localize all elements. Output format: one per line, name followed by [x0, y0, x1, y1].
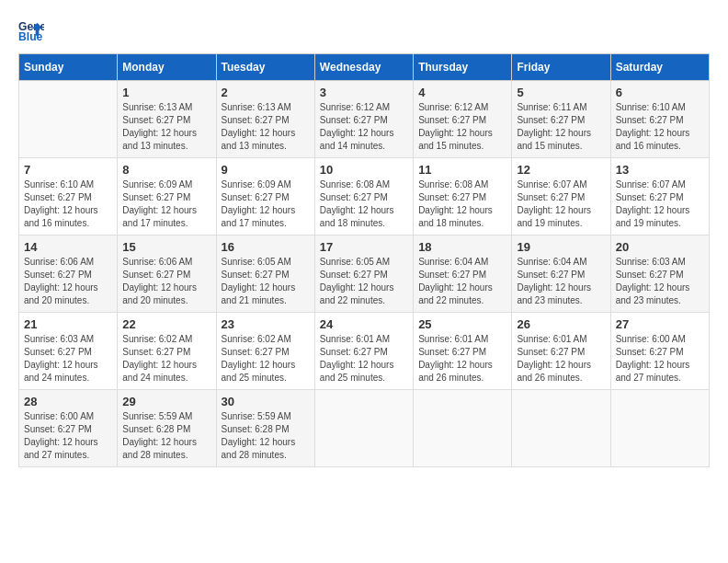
- day-cell: 16Sunrise: 6:05 AM Sunset: 6:27 PM Dayli…: [216, 236, 314, 313]
- day-number: 28: [24, 395, 112, 408]
- day-cell: 28Sunrise: 6:00 AM Sunset: 6:27 PM Dayli…: [19, 390, 118, 467]
- day-number: 19: [517, 240, 605, 254]
- header-cell-tuesday: Tuesday: [216, 54, 314, 81]
- day-info: Sunrise: 6:05 AM Sunset: 6:27 PM Dayligh…: [320, 256, 408, 307]
- day-info: Sunrise: 6:11 AM Sunset: 6:27 PM Dayligh…: [517, 101, 605, 153]
- header-cell-saturday: Saturday: [610, 54, 709, 81]
- day-cell: 6Sunrise: 6:10 AM Sunset: 6:27 PM Daylig…: [610, 81, 709, 158]
- day-cell: 30Sunrise: 5:59 AM Sunset: 6:28 PM Dayli…: [216, 390, 314, 467]
- day-cell: 13Sunrise: 6:07 AM Sunset: 6:27 PM Dayli…: [610, 158, 709, 236]
- day-info: Sunrise: 6:00 AM Sunset: 6:27 PM Dayligh…: [616, 333, 704, 385]
- header-cell-thursday: Thursday: [414, 54, 512, 81]
- day-number: 22: [122, 317, 210, 331]
- day-number: 26: [517, 317, 605, 331]
- day-cell: [610, 390, 709, 467]
- day-info: Sunrise: 6:09 AM Sunset: 6:27 PM Dayligh…: [222, 178, 310, 230]
- day-info: Sunrise: 6:04 AM Sunset: 6:27 PM Dayligh…: [418, 256, 506, 307]
- week-row-3: 14Sunrise: 6:06 AM Sunset: 6:27 PM Dayli…: [19, 236, 710, 313]
- day-info: Sunrise: 6:06 AM Sunset: 6:27 PM Dayligh…: [24, 256, 112, 307]
- day-cell: 23Sunrise: 6:02 AM Sunset: 6:27 PM Dayli…: [216, 313, 314, 390]
- day-cell: 5Sunrise: 6:11 AM Sunset: 6:27 PM Daylig…: [512, 81, 610, 158]
- day-info: Sunrise: 6:00 AM Sunset: 6:27 PM Dayligh…: [24, 410, 112, 462]
- day-cell: 25Sunrise: 6:01 AM Sunset: 6:27 PM Dayli…: [414, 313, 512, 390]
- day-cell: [512, 390, 610, 467]
- day-info: Sunrise: 6:07 AM Sunset: 6:27 PM Dayligh…: [616, 178, 704, 230]
- day-cell: 3Sunrise: 6:12 AM Sunset: 6:27 PM Daylig…: [314, 81, 413, 158]
- day-cell: 10Sunrise: 6:08 AM Sunset: 6:27 PM Dayli…: [314, 158, 413, 236]
- day-info: Sunrise: 6:08 AM Sunset: 6:27 PM Dayligh…: [418, 178, 506, 230]
- day-number: 7: [24, 163, 112, 177]
- day-cell: [314, 390, 413, 467]
- day-cell: 27Sunrise: 6:00 AM Sunset: 6:27 PM Dayli…: [610, 313, 709, 390]
- day-info: Sunrise: 6:03 AM Sunset: 6:27 PM Dayligh…: [24, 333, 112, 385]
- day-info: Sunrise: 6:07 AM Sunset: 6:27 PM Dayligh…: [517, 178, 605, 230]
- day-number: 13: [616, 163, 704, 177]
- week-row-4: 21Sunrise: 6:03 AM Sunset: 6:27 PM Dayli…: [19, 313, 710, 390]
- day-number: 5: [517, 86, 605, 99]
- day-number: 30: [222, 395, 310, 408]
- day-info: Sunrise: 6:01 AM Sunset: 6:27 PM Dayligh…: [418, 333, 506, 385]
- day-info: Sunrise: 6:13 AM Sunset: 6:27 PM Dayligh…: [122, 101, 210, 153]
- day-info: Sunrise: 6:12 AM Sunset: 6:27 PM Dayligh…: [418, 101, 506, 153]
- header-row: SundayMondayTuesdayWednesdayThursdayFrid…: [19, 54, 710, 81]
- day-info: Sunrise: 6:09 AM Sunset: 6:27 PM Dayligh…: [122, 178, 210, 230]
- day-info: Sunrise: 5:59 AM Sunset: 6:28 PM Dayligh…: [122, 410, 210, 462]
- logo-icon: General Blue: [18, 18, 44, 44]
- day-number: 8: [122, 163, 210, 177]
- header-cell-friday: Friday: [512, 54, 610, 81]
- day-cell: 17Sunrise: 6:05 AM Sunset: 6:27 PM Dayli…: [314, 236, 413, 313]
- day-info: Sunrise: 6:12 AM Sunset: 6:27 PM Dayligh…: [320, 101, 408, 153]
- day-info: Sunrise: 6:05 AM Sunset: 6:27 PM Dayligh…: [222, 256, 310, 307]
- day-number: 12: [517, 163, 605, 177]
- day-cell: 9Sunrise: 6:09 AM Sunset: 6:27 PM Daylig…: [216, 158, 314, 236]
- day-cell: 4Sunrise: 6:12 AM Sunset: 6:27 PM Daylig…: [414, 81, 512, 158]
- day-cell: 21Sunrise: 6:03 AM Sunset: 6:27 PM Dayli…: [19, 313, 118, 390]
- day-cell: 7Sunrise: 6:10 AM Sunset: 6:27 PM Daylig…: [19, 158, 118, 236]
- day-number: 10: [320, 163, 408, 177]
- day-cell: [19, 81, 118, 158]
- day-info: Sunrise: 6:04 AM Sunset: 6:27 PM Dayligh…: [517, 256, 605, 307]
- day-number: 27: [616, 317, 704, 331]
- day-number: 4: [418, 86, 506, 99]
- header-cell-monday: Monday: [118, 54, 216, 81]
- day-info: Sunrise: 5:59 AM Sunset: 6:28 PM Dayligh…: [222, 410, 310, 462]
- day-cell: 14Sunrise: 6:06 AM Sunset: 6:27 PM Dayli…: [19, 236, 118, 313]
- day-number: 14: [24, 240, 112, 254]
- day-number: 29: [122, 395, 210, 408]
- day-cell: 18Sunrise: 6:04 AM Sunset: 6:27 PM Dayli…: [414, 236, 512, 313]
- day-number: 25: [418, 317, 506, 331]
- calendar-table: SundayMondayTuesdayWednesdayThursdayFrid…: [18, 53, 710, 467]
- day-number: 21: [24, 317, 112, 331]
- day-number: 24: [320, 317, 408, 331]
- day-info: Sunrise: 6:06 AM Sunset: 6:27 PM Dayligh…: [122, 256, 210, 307]
- day-number: 17: [320, 240, 408, 254]
- day-info: Sunrise: 6:01 AM Sunset: 6:27 PM Dayligh…: [320, 333, 408, 385]
- day-cell: 1Sunrise: 6:13 AM Sunset: 6:27 PM Daylig…: [118, 81, 216, 158]
- week-row-2: 7Sunrise: 6:10 AM Sunset: 6:27 PM Daylig…: [19, 158, 710, 236]
- day-cell: 26Sunrise: 6:01 AM Sunset: 6:27 PM Dayli…: [512, 313, 610, 390]
- day-cell: 11Sunrise: 6:08 AM Sunset: 6:27 PM Dayli…: [414, 158, 512, 236]
- day-cell: 8Sunrise: 6:09 AM Sunset: 6:27 PM Daylig…: [118, 158, 216, 236]
- day-number: 16: [222, 240, 310, 254]
- page-header: General Blue: [18, 18, 710, 44]
- day-number: 23: [222, 317, 310, 331]
- day-number: 20: [616, 240, 704, 254]
- day-number: 11: [418, 163, 506, 177]
- svg-text:Blue: Blue: [18, 30, 43, 43]
- day-cell: [414, 390, 512, 467]
- day-cell: 19Sunrise: 6:04 AM Sunset: 6:27 PM Dayli…: [512, 236, 610, 313]
- day-info: Sunrise: 6:02 AM Sunset: 6:27 PM Dayligh…: [222, 333, 310, 385]
- day-number: 9: [222, 163, 310, 177]
- day-info: Sunrise: 6:03 AM Sunset: 6:27 PM Dayligh…: [616, 256, 704, 307]
- day-info: Sunrise: 6:01 AM Sunset: 6:27 PM Dayligh…: [517, 333, 605, 385]
- day-cell: 12Sunrise: 6:07 AM Sunset: 6:27 PM Dayli…: [512, 158, 610, 236]
- header-cell-sunday: Sunday: [19, 54, 118, 81]
- header-cell-wednesday: Wednesday: [314, 54, 413, 81]
- day-info: Sunrise: 6:10 AM Sunset: 6:27 PM Dayligh…: [616, 101, 704, 153]
- day-info: Sunrise: 6:10 AM Sunset: 6:27 PM Dayligh…: [24, 178, 112, 230]
- week-row-1: 1Sunrise: 6:13 AM Sunset: 6:27 PM Daylig…: [19, 81, 710, 158]
- day-number: 1: [122, 86, 210, 99]
- day-info: Sunrise: 6:13 AM Sunset: 6:27 PM Dayligh…: [222, 101, 310, 153]
- day-cell: 20Sunrise: 6:03 AM Sunset: 6:27 PM Dayli…: [610, 236, 709, 313]
- week-row-5: 28Sunrise: 6:00 AM Sunset: 6:27 PM Dayli…: [19, 390, 710, 467]
